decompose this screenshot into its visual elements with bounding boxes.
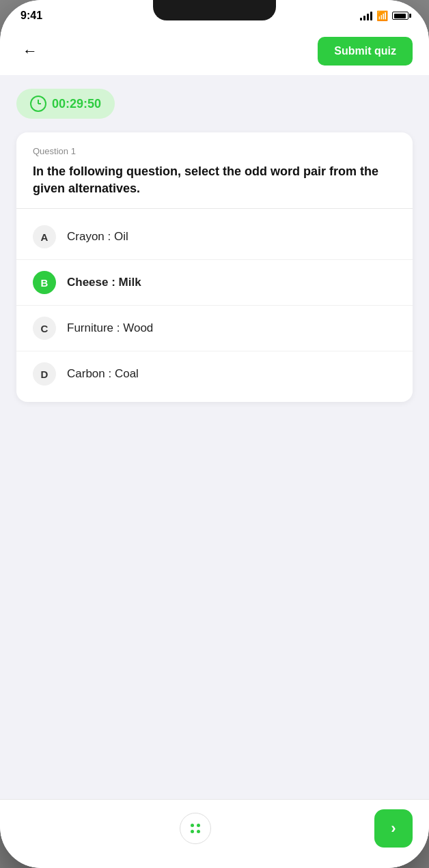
question-card: Question 1 In the following question, se… <box>16 132 413 402</box>
dot-2 <box>197 824 200 827</box>
battery-icon <box>392 12 409 20</box>
option-b[interactable]: B Cheese : Milk <box>16 260 413 306</box>
option-c-label: Furniture : Wood <box>67 321 153 335</box>
dot-4 <box>197 830 200 833</box>
option-a-label: Crayon : Oil <box>67 230 128 244</box>
status-icons: 📶 <box>360 10 409 21</box>
options-list: A Crayon : Oil B Cheese : Milk C Furnitu… <box>16 209 413 402</box>
next-arrow-icon: › <box>391 820 396 837</box>
signal-icon <box>360 11 372 20</box>
wifi-icon: 📶 <box>376 10 388 21</box>
next-button[interactable]: › <box>374 809 413 848</box>
option-a[interactable]: A Crayon : Oil <box>16 214 413 260</box>
option-c-badge: C <box>33 317 56 340</box>
dots-menu-button[interactable] <box>180 813 211 844</box>
option-d-badge: D <box>33 362 56 386</box>
top-nav: ← Submit quiz <box>0 27 429 75</box>
question-header: Question 1 In the following question, se… <box>16 132 413 208</box>
dot-1 <box>191 824 194 827</box>
phone-screen: 9:41 📶 ← Submit quiz <box>0 0 429 868</box>
question-number: Question 1 <box>33 146 396 156</box>
phone-frame: 9:41 📶 ← Submit quiz <box>0 0 429 868</box>
timer-badge: 00:29:50 <box>16 89 115 119</box>
dots-grid-icon <box>191 824 200 833</box>
question-text: In the following question, select the od… <box>33 163 396 197</box>
option-d-label: Carbon : Coal <box>67 367 139 381</box>
back-arrow-icon: ← <box>23 42 38 60</box>
notch <box>153 0 276 20</box>
bottom-bar: › <box>0 799 429 868</box>
option-d[interactable]: D Carbon : Coal <box>16 351 413 396</box>
option-b-badge: B <box>33 271 56 294</box>
dot-3 <box>191 830 194 833</box>
option-b-label: Cheese : Milk <box>67 276 141 289</box>
option-a-badge: A <box>33 225 56 248</box>
timer-display: 00:29:50 <box>52 97 101 111</box>
back-button[interactable]: ← <box>16 38 44 65</box>
status-time: 9:41 <box>20 10 42 22</box>
option-c[interactable]: C Furniture : Wood <box>16 306 413 351</box>
submit-quiz-button[interactable]: Submit quiz <box>318 37 413 66</box>
clock-icon <box>30 96 46 112</box>
content-area: 00:29:50 Question 1 In the following que… <box>0 75 429 799</box>
